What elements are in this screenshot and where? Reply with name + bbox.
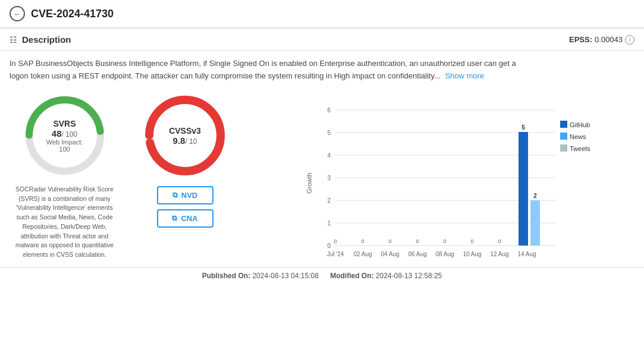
nvd-button[interactable]: ⧉ NVD	[157, 186, 213, 204]
svrs-section: SVRS 48/ 100 Web Impact: 100 SOCRadar Vu…	[10, 91, 120, 260]
svg-text:6: 6	[327, 107, 331, 114]
section-title: Description	[22, 34, 71, 45]
chart-section: Growth 0 1 2 3 4 5 6 Jul	[250, 91, 634, 265]
nvd-label: NVD	[181, 191, 197, 200]
cvss-gauge-text: CVSSv3 9.8/ 10	[169, 125, 201, 145]
footer-dates: Published On: 2024-08-13 04:15:08 Modifi…	[0, 268, 644, 286]
external-link-icon: ⧉	[172, 191, 178, 199]
cvss-value: 9.8	[173, 135, 186, 145]
header: ← CVE-2024-41730	[0, 0, 644, 29]
description-text: In SAP BusinessObjects Business Intellig…	[10, 59, 516, 80]
published-value: 2024-08-13 04:15:08	[252, 272, 318, 280]
svg-text:5: 5	[327, 130, 331, 136]
external-link-icon-2: ⧉	[172, 214, 177, 222]
back-button[interactable]: ←	[10, 6, 25, 21]
svg-rect-40	[560, 144, 567, 152]
description-icon: ☷	[10, 35, 17, 45]
page-title: CVE-2024-41730	[31, 8, 114, 20]
section-header: ☷ Description EPSS: 0.00043 i	[0, 29, 644, 51]
cna-button[interactable]: ⧉ CNA	[157, 209, 213, 228]
svg-text:0: 0	[470, 238, 473, 244]
svg-text:4: 4	[327, 152, 331, 159]
svrs-value: 48	[52, 128, 62, 138]
github-bar-14aug	[519, 132, 528, 246]
description-block: In SAP BusinessObjects Business Intellig…	[0, 51, 535, 86]
svg-text:0: 0	[388, 238, 391, 244]
svg-text:2: 2	[533, 193, 537, 199]
svrs-denominator: / 100	[61, 130, 77, 138]
back-arrow-icon: ←	[14, 10, 21, 18]
svg-text:1: 1	[327, 220, 331, 226]
svrs-label: SVRS	[42, 118, 87, 128]
main-content: SVRS 48/ 100 Web Impact: 100 SOCRadar Vu…	[0, 86, 644, 265]
svg-text:3: 3	[327, 175, 331, 181]
svg-text:0: 0	[416, 238, 419, 244]
svg-text:GitHub: GitHub	[570, 121, 590, 128]
svg-text:2: 2	[327, 197, 331, 204]
svg-text:News: News	[570, 133, 586, 140]
svg-text:12 Aug: 12 Aug	[490, 251, 508, 257]
svg-text:04 Aug: 04 Aug	[381, 251, 399, 257]
news-bar-14aug	[530, 200, 540, 246]
svg-text:0: 0	[498, 238, 501, 244]
svg-text:Tweets: Tweets	[570, 145, 590, 152]
growth-chart: Growth 0 1 2 3 4 5 6 Jul	[250, 91, 634, 263]
cvss-value-line: 9.8/ 10	[169, 135, 201, 145]
cvss-label: CVSSv3	[169, 125, 201, 135]
svg-text:02 Aug: 02 Aug	[353, 251, 372, 257]
svg-text:14 Aug: 14 Aug	[517, 251, 536, 257]
svg-text:06 Aug: 06 Aug	[408, 251, 426, 257]
epss-label: EPSS:	[569, 35, 592, 44]
svg-text:Jul '24: Jul '24	[327, 251, 344, 257]
modified-value: 2024-08-13 12:58:25	[376, 272, 442, 280]
svg-rect-38	[560, 133, 567, 140]
y-axis-label: Growth	[306, 172, 313, 193]
svg-text:0: 0	[443, 238, 446, 244]
svrs-value-line: 48/ 100	[42, 128, 87, 138]
svg-text:0: 0	[361, 238, 364, 244]
svrs-description: SOCRadar Vulnerability Risk Score (SVRS)…	[12, 185, 117, 260]
svg-rect-36	[560, 121, 567, 128]
svrs-web-impact: Web Impact: 100	[42, 138, 87, 152]
cvss-section: CVSSv3 9.8/ 10 ⧉ NVD ⧉ CNA	[125, 91, 244, 228]
svg-text:08 Aug: 08 Aug	[435, 251, 454, 257]
modified-label: Modified On:	[330, 272, 373, 280]
cvss-denominator: / 10	[185, 137, 197, 145]
epss-value: 0.00043	[595, 35, 623, 44]
svg-text:5: 5	[522, 124, 525, 131]
svrs-gauge-container: SVRS 48/ 100 Web Impact: 100	[20, 91, 109, 180]
info-icon[interactable]: i	[625, 35, 634, 45]
epss-badge: EPSS: 0.00043 i	[569, 35, 634, 45]
show-more-link[interactable]: Show more	[445, 71, 484, 80]
published-label: Published On:	[202, 272, 250, 280]
cna-label: CNA	[181, 214, 197, 223]
svg-text:0: 0	[334, 238, 337, 244]
cvss-buttons: ⧉ NVD ⧉ CNA	[157, 186, 213, 228]
svg-text:0: 0	[327, 243, 331, 249]
svg-text:10 Aug: 10 Aug	[463, 251, 481, 257]
cvss-gauge-container: CVSSv3 9.8/ 10	[140, 91, 230, 180]
svrs-gauge-text: SVRS 48/ 100 Web Impact: 100	[42, 118, 87, 152]
